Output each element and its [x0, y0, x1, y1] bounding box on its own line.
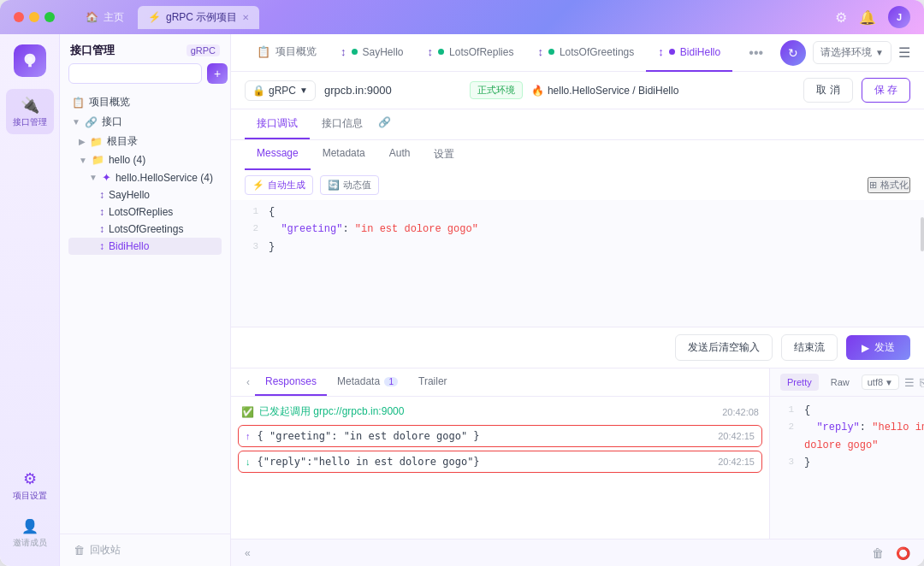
- grpc-badge: gRPC: [187, 44, 220, 56]
- subtab-link-icon[interactable]: 🔗: [375, 109, 394, 139]
- menu-icon[interactable]: ☰: [898, 44, 910, 61]
- statusbar-right: 🗑 ⭕: [872, 546, 910, 560]
- encoding-select[interactable]: utf8 ▼: [862, 374, 899, 390]
- trash-item[interactable]: 🗑 回收站: [68, 539, 222, 561]
- overview-tab-icon: 📋: [257, 45, 270, 58]
- maximize-button[interactable]: [44, 12, 55, 22]
- gen-icon: ⚡: [252, 180, 264, 191]
- home-icon: 🏠: [86, 11, 98, 23]
- main-content: 📋 项目概览 ↕ SayHello ↕ LotsOfReplies ↕: [231, 34, 924, 566]
- close-button[interactable]: [14, 12, 24, 22]
- bell-icon[interactable]: 🔔: [859, 9, 876, 26]
- list-icon[interactable]: ☰: [904, 376, 915, 389]
- tree-item-lotsofgreetings[interactable]: ↕ LotsOfGreetings: [68, 221, 222, 238]
- format-button[interactable]: ⊞ 格式化: [868, 177, 910, 193]
- msg-tab-message[interactable]: Message: [245, 140, 311, 170]
- hello-folder-icon: 📁: [92, 154, 104, 166]
- json-line-3: 3 }: [780, 454, 924, 471]
- more-tabs-icon[interactable]: •••: [749, 45, 763, 61]
- json-num-3: 3: [780, 454, 794, 471]
- json-content-3: }: [804, 454, 810, 471]
- statusbar-circle-icon[interactable]: ⭕: [896, 546, 910, 560]
- env-select[interactable]: 请选择环境 ▼: [813, 41, 891, 64]
- tree-section: 📋 项目概览 ▼ 🔗 接口 ▶ 📁 根目录 ▼ 📁 hello (4): [60, 91, 230, 534]
- chevron-down3-icon: ▼: [89, 173, 98, 182]
- nav-item-api[interactable]: 🔌 接口管理: [6, 89, 54, 134]
- tree-item-overview[interactable]: 📋 项目概览: [68, 92, 222, 112]
- statusbar-trash-icon[interactable]: 🗑: [872, 546, 884, 560]
- pretty-tab[interactable]: Pretty: [780, 374, 819, 391]
- tab-close-icon[interactable]: ✕: [242, 13, 249, 22]
- auto-gen-button[interactable]: ⚡ 自动生成: [245, 175, 313, 195]
- toolbar-tab-lotsofreplies[interactable]: ↕ LotsOfReplies: [416, 34, 526, 72]
- cancel-button[interactable]: 取 消: [803, 78, 852, 103]
- collapse-icon[interactable]: «: [245, 547, 251, 559]
- resp-chevron-icon[interactable]: ‹: [241, 369, 255, 395]
- nav-item-invite[interactable]: 👤 邀请成员: [6, 511, 54, 556]
- tree-item-lotsofreplies[interactable]: ↕ LotsOfReplies: [68, 203, 222, 221]
- bidihello-label: BidiHello: [109, 240, 149, 252]
- toolbar-tab-sayhello[interactable]: ↕ SayHello: [329, 34, 416, 72]
- resp-tab-trailer[interactable]: Trailer: [408, 368, 458, 396]
- send-button[interactable]: ▶ 发送: [846, 335, 910, 360]
- raw-tab[interactable]: Raw: [824, 374, 856, 391]
- toolbar-tabs: 📋 项目概览 ↕ SayHello ↕ LotsOfReplies ↕: [245, 34, 742, 72]
- dynamic-button[interactable]: 🔄 动态值: [320, 175, 379, 195]
- upper-panel: Message Metadata Auth 设置 ⚡ 自动生成: [231, 140, 924, 368]
- refresh-icon: ↻: [788, 46, 798, 60]
- minimize-button[interactable]: [29, 12, 39, 22]
- settings-icon[interactable]: ⚙: [835, 9, 847, 26]
- chevron-down2-icon: ▼: [79, 156, 87, 165]
- protocol-badge[interactable]: 🔒 gRPC ▼: [245, 80, 316, 101]
- tree-item-interface[interactable]: ▼ 🔗 接口: [68, 112, 222, 132]
- refresh-button[interactable]: ↻: [780, 40, 806, 66]
- svg-point-0: [27, 56, 33, 62]
- sidebar-tree-header: 接口管理 gRPC: [60, 34, 230, 63]
- gen-label: 自动生成: [268, 179, 305, 192]
- subtab-debug[interactable]: 接口调试: [245, 109, 310, 139]
- copy-icon[interactable]: ⎘: [920, 376, 924, 389]
- msg-tab-metadata[interactable]: Metadata: [311, 140, 377, 170]
- titlebar-right: ⚙ 🔔 J: [835, 6, 910, 28]
- tree-item-helloservice[interactable]: ▼ ✦ hello.HelloService (4): [68, 168, 222, 186]
- msg-tab-settings[interactable]: 设置: [422, 140, 466, 170]
- add-button[interactable]: +: [207, 63, 228, 84]
- nav-item-settings[interactable]: ⚙ 项目设置: [6, 463, 54, 508]
- tree-item-root[interactable]: ▶ 📁 根目录: [68, 132, 222, 151]
- tree-item-sayhello[interactable]: ↕ SayHello: [68, 186, 222, 203]
- resp-time-2: 20:42:15: [718, 457, 755, 467]
- lotsofreplies-icon: ↕: [99, 206, 104, 218]
- code-editor[interactable]: 1 { 2 "greeting": "in est dolore gogo": [231, 200, 924, 327]
- root-label: 根目录: [107, 134, 138, 149]
- msg-tab-auth[interactable]: Auth: [377, 140, 423, 170]
- resp-row-up: ↑ { "greeting": "in est dolore gogo" } 2…: [238, 425, 762, 447]
- resp-text-down: {"reply":"hello in est dolore gogo"}: [258, 456, 712, 468]
- resp-status: ✅ 已发起调用 grpc://grpcb.in:9000: [241, 404, 404, 419]
- json-value: "in est dolore gogo": [355, 223, 478, 235]
- env-placeholder: 请选择环境: [820, 45, 872, 60]
- url-field[interactable]: grpcb.in:9000: [324, 84, 461, 97]
- toolbar-tab-overview[interactable]: 📋 项目概览: [245, 34, 329, 72]
- resp-tab-metadata[interactable]: Metadata 1: [327, 368, 408, 396]
- search-input[interactable]: [68, 63, 202, 84]
- trash-section: 🗑 回收站: [60, 534, 230, 566]
- dynamic-label: 动态值: [343, 179, 371, 192]
- subtab-info[interactable]: 接口信息: [310, 109, 375, 139]
- status-check-icon: ✅: [241, 406, 254, 418]
- overview-label: 项目概览: [89, 95, 130, 109]
- metadata-badge: 1: [384, 377, 398, 386]
- json-content-2: "reply": "hello in est dolore gogo": [804, 419, 924, 454]
- tree-item-bidihello[interactable]: ↕ BidiHello: [68, 238, 222, 255]
- end-stream-button[interactable]: 结束流: [781, 334, 838, 361]
- arrow-up-icon: ↑: [246, 431, 251, 441]
- resp-tab-responses[interactable]: Responses: [255, 368, 327, 396]
- format-label: 格式化: [880, 179, 909, 192]
- tab-home[interactable]: 🏠 主页: [75, 6, 134, 29]
- tree-item-hello[interactable]: ▼ 📁 hello (4): [68, 151, 222, 168]
- interface-label: 接口: [102, 115, 122, 129]
- toolbar-tab-bidihello[interactable]: ↕ BidiHello: [646, 34, 732, 72]
- clear-button[interactable]: 发送后清空输入: [675, 334, 773, 361]
- save-button[interactable]: 保 存: [862, 78, 910, 103]
- tab-grpc-project[interactable]: ⚡ gRPC 示例项目 ✕: [138, 6, 259, 29]
- toolbar-tab-lotsofgreetings[interactable]: ↕ LotsOfGreetings: [525, 34, 646, 72]
